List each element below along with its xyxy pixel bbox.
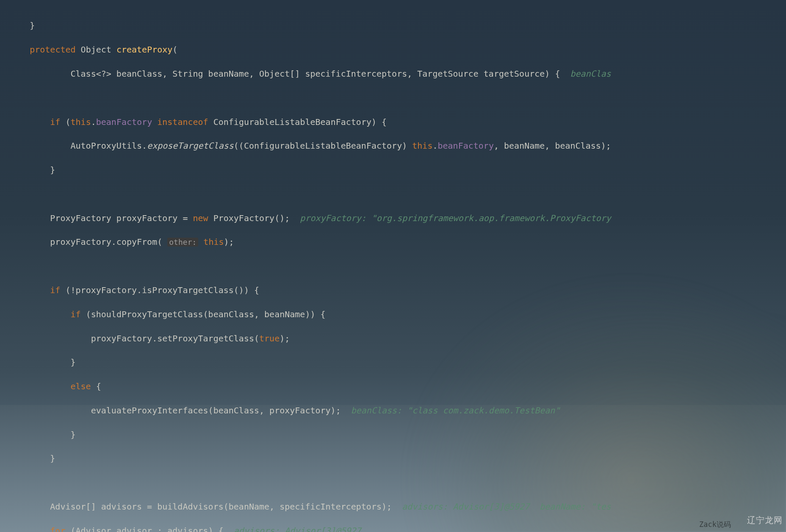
code-line[interactable]: if (this.beanFactory instanceof Configur… <box>9 116 786 128</box>
kw-protected: protected <box>30 44 75 55</box>
inlay-hint: beanClas <box>570 69 611 79</box>
inlay-hint: advisors: Advisor[3]@5927 beanName: "tes <box>402 502 611 512</box>
bool: true <box>259 333 280 344</box>
kw-new: new <box>193 213 208 223</box>
kw-if: if <box>50 117 60 127</box>
blank-line[interactable] <box>9 92 786 104</box>
code-line[interactable]: proxyFactory.setProxyTargetClass(true); <box>9 332 786 344</box>
kw-instanceof: instanceof <box>157 117 208 127</box>
watermark: 辽宁龙网 <box>747 515 783 526</box>
brace: } <box>30 20 35 30</box>
method-name: createProxy <box>116 44 172 55</box>
code-line[interactable]: AutoProxyUtils.exposeTargetClass((Config… <box>9 140 786 152</box>
kw-this: this <box>71 117 91 127</box>
code-line[interactable]: protected Object createProxy( <box>9 44 786 55</box>
blank-line[interactable] <box>9 188 786 200</box>
code-line[interactable]: if (!proxyFactory.isProxyTargetClass()) … <box>9 284 786 296</box>
field: beanFactory <box>96 117 152 127</box>
code-line[interactable]: } <box>9 429 786 441</box>
code-line[interactable]: Class<?> beanClass, String beanName, Obj… <box>9 68 786 80</box>
param-hint: other: <box>167 238 198 247</box>
static-method: exposeTargetClass <box>147 141 234 151</box>
code-line[interactable]: Advisor[] advisors = buildAdvisors(beanN… <box>9 501 786 513</box>
kw-for: for <box>50 526 65 532</box>
code-line[interactable]: else { <box>9 380 786 392</box>
code-line[interactable]: for (Advisor advisor : advisors) { advis… <box>9 525 786 532</box>
blank-line[interactable] <box>9 260 786 272</box>
params: Class<?> beanClass, String beanName, Obj… <box>71 69 570 79</box>
code-line[interactable]: proxyFactory.copyFrom( other: this); <box>9 236 786 248</box>
watermark-secondary: Zack说码 <box>699 520 731 529</box>
inlay-hint: advisors: Advisor[3]@5927 <box>234 526 361 532</box>
paren: ( <box>172 44 177 55</box>
code-line[interactable]: } <box>9 19 786 31</box>
code-line[interactable]: if (shouldProxyTargetClass(beanClass, be… <box>9 308 786 320</box>
kw-else: else <box>71 381 91 391</box>
code-line[interactable]: ProxyFactory proxyFactory = new ProxyFac… <box>9 212 786 224</box>
code-editor[interactable]: } protected Object createProxy( Class<?>… <box>0 0 786 532</box>
inlay-hint: beanClass: "class com.zack.demo.TestBean… <box>351 405 560 416</box>
code-line[interactable]: evaluateProxyInterfaces(beanClass, proxy… <box>9 405 786 416</box>
inlay-hint: proxyFactory: "org.springframework.aop.f… <box>300 213 611 223</box>
code-line[interactable]: } <box>9 452 786 464</box>
code-line[interactable]: } <box>9 356 786 368</box>
code-line[interactable]: } <box>9 164 786 176</box>
type: Object <box>81 44 111 55</box>
blank-line[interactable] <box>9 477 786 488</box>
